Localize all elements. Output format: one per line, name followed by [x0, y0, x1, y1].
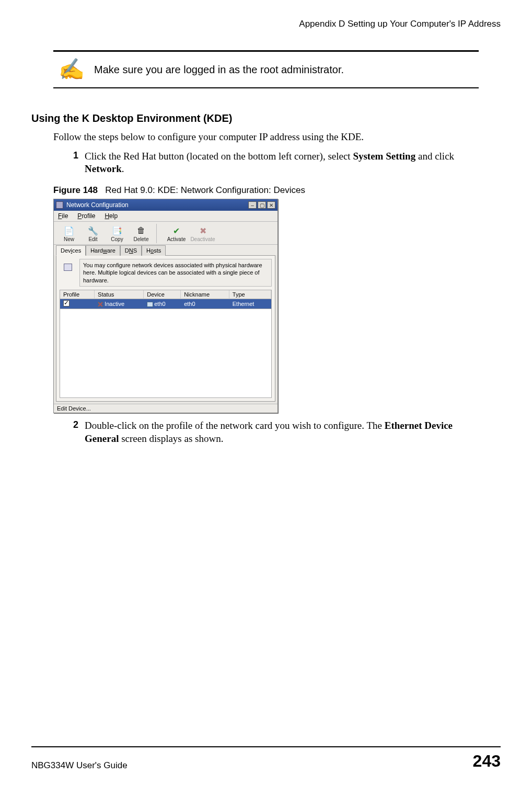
- delete-button[interactable]: 🗑 Delete: [129, 224, 153, 243]
- toolbar: 📄 New 🔧 Edit 📑 Copy 🗑 Delete ✔ Activate …: [54, 222, 277, 245]
- activate-icon: ✔: [170, 225, 183, 236]
- cell-device: eth0: [144, 299, 181, 309]
- window-app-icon: [56, 201, 63, 209]
- intro-paragraph: Follow the steps below to configure your…: [53, 131, 485, 144]
- table-row[interactable]: Inactive eth0 eth0 Ethernet: [60, 299, 271, 309]
- footer-page-number: 243: [473, 752, 501, 771]
- step-1-text: Click the Red Hat button (located on the…: [85, 150, 485, 176]
- close-button[interactable]: ✕: [267, 201, 275, 209]
- deactivate-button[interactable]: ✖ Deactivate: [191, 224, 215, 243]
- copy-icon: 📑: [111, 225, 123, 236]
- table-empty-area: [60, 309, 272, 398]
- status-bar: Edit Device...: [54, 404, 277, 413]
- activate-label: Activate: [167, 236, 186, 242]
- tab-devices[interactable]: Devices: [56, 245, 86, 256]
- col-status[interactable]: Status: [95, 290, 144, 299]
- menu-help-rest: elp: [109, 212, 118, 220]
- step-1-bold-1: System Setting: [353, 151, 415, 162]
- step-1-part-a: Click the Red Hat button (located on the…: [85, 151, 353, 162]
- tab-hosts[interactable]: Hosts: [142, 245, 166, 256]
- cell-status: Inactive: [95, 299, 144, 309]
- step-1-part-e: .: [122, 163, 124, 174]
- tab-content-devices: You may configure network devices associ…: [56, 255, 275, 402]
- network-devices-icon: [60, 259, 76, 276]
- step-2-part-a: Double-click on the profile of the netwo…: [85, 420, 385, 431]
- note-text: Make sure you are logged in as the root …: [94, 64, 344, 76]
- tab-strip: Devices Hardware DNS Hosts: [54, 245, 277, 255]
- copy-label: Copy: [111, 236, 123, 242]
- step-2-text: Double-click on the profile of the netwo…: [85, 419, 485, 445]
- tab-hardware[interactable]: Hardware: [86, 245, 120, 256]
- delete-icon: 🗑: [135, 225, 147, 236]
- kde-network-config-window: Network Configuration – ▢ ✕ File Profile…: [53, 199, 278, 413]
- edit-button[interactable]: 🔧 Edit: [81, 224, 105, 243]
- edit-icon: 🔧: [87, 225, 99, 236]
- tab-dns[interactable]: DNS: [120, 245, 142, 256]
- edit-label-rest: dit: [92, 236, 98, 242]
- new-label-rest: ew: [67, 236, 74, 242]
- col-device[interactable]: Device: [144, 290, 181, 299]
- copy-button[interactable]: 📑 Copy: [105, 224, 129, 243]
- menu-help[interactable]: Help: [105, 212, 118, 220]
- step-1: 1 Click the Red Hat button (located on t…: [73, 150, 485, 176]
- note-callout: ✍ Make sure you are logged in as the roo…: [53, 50, 479, 88]
- step-number: 1: [73, 150, 78, 176]
- running-header: Appendix D Setting up Your Computer's IP…: [31, 19, 501, 29]
- menu-file[interactable]: File: [58, 212, 68, 220]
- new-icon: 📄: [63, 225, 75, 236]
- device-table: Profile Status Device Nickname Type Inac…: [60, 290, 272, 309]
- window-titlebar[interactable]: Network Configuration – ▢ ✕: [54, 199, 277, 211]
- footer-guide-name: NBG334W User's Guide: [31, 760, 128, 771]
- deactivate-label: Deactivate: [190, 236, 215, 242]
- delete-label: Delete: [134, 236, 149, 242]
- figure-number: Figure 148: [53, 185, 98, 195]
- hand-writing-icon: ✍: [59, 61, 85, 78]
- menu-file-rest: ile: [62, 212, 68, 220]
- tab-hint-text: You may configure network devices associ…: [79, 259, 272, 287]
- table-header-row: Profile Status Device Nickname Type: [60, 290, 271, 299]
- new-button[interactable]: 📄 New: [57, 224, 81, 243]
- step-2: 2 Double-click on the profile of the net…: [73, 419, 485, 445]
- step-1-part-c: and click: [418, 151, 454, 162]
- cell-nickname: eth0: [181, 299, 229, 309]
- cell-profile-checkbox[interactable]: [60, 299, 95, 309]
- window-title: Network Configuration: [66, 201, 129, 209]
- step-2-part-c: screen displays as shown.: [121, 433, 223, 444]
- page-footer: NBG334W User's Guide 243: [31, 746, 501, 771]
- col-type[interactable]: Type: [229, 290, 271, 299]
- deactivate-icon: ✖: [196, 225, 209, 236]
- cell-type: Ethernet: [229, 299, 271, 309]
- col-profile[interactable]: Profile: [60, 290, 95, 299]
- step-1-bold-2: Network: [85, 163, 122, 174]
- figure-title: Red Hat 9.0: KDE: Network Configuration:…: [105, 185, 305, 195]
- menu-bar: File Profile Help: [54, 211, 277, 222]
- minimize-button[interactable]: –: [248, 201, 257, 209]
- step-number: 2: [73, 419, 78, 445]
- col-nickname[interactable]: Nickname: [181, 290, 229, 299]
- section-heading: Using the K Desktop Environment (KDE): [31, 112, 501, 124]
- menu-profile-rest: rofile: [82, 212, 95, 220]
- menu-profile[interactable]: Profile: [77, 212, 95, 220]
- maximize-button[interactable]: ▢: [258, 201, 266, 209]
- activate-button[interactable]: ✔ Activate: [156, 224, 191, 243]
- figure-caption: Figure 148 Red Hat 9.0: KDE: Network Con…: [53, 185, 485, 196]
